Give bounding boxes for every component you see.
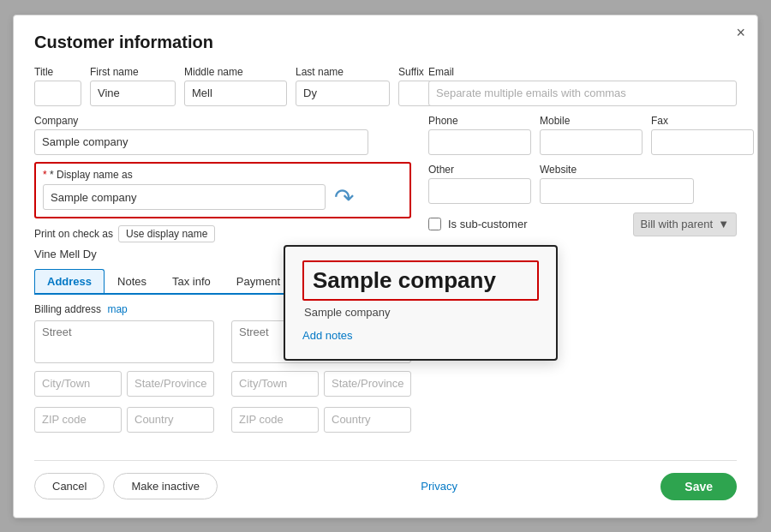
email-input[interactable] bbox=[428, 81, 737, 106]
tab-address[interactable]: Address bbox=[34, 269, 105, 293]
display-name-input[interactable] bbox=[43, 184, 326, 210]
middlename-label: Middle name bbox=[184, 66, 287, 78]
shipping-country-input[interactable] bbox=[324, 407, 411, 433]
company-input[interactable] bbox=[34, 129, 368, 155]
close-button[interactable]: × bbox=[736, 24, 745, 42]
display-name-group: * * Display name as ↷ bbox=[34, 162, 411, 218]
title-label: Title bbox=[34, 66, 81, 78]
fax-input[interactable] bbox=[651, 129, 754, 155]
shipping-zip-input[interactable] bbox=[231, 407, 319, 433]
company-label: Company bbox=[34, 115, 411, 127]
other-input[interactable] bbox=[428, 178, 531, 204]
customer-information-modal: × Customer information Title First name bbox=[13, 15, 758, 518]
sub-customer-row: Is sub-customer Bill with parent ▼ bbox=[428, 212, 737, 236]
popup-company-name: Sample company bbox=[302, 260, 539, 301]
billing-city-input[interactable] bbox=[34, 371, 122, 397]
privacy-link[interactable]: Privacy bbox=[421, 480, 457, 493]
middlename-input[interactable] bbox=[184, 81, 287, 106]
modal-title: Customer information bbox=[34, 33, 737, 52]
website-input[interactable] bbox=[540, 178, 694, 204]
shipping-state-input[interactable] bbox=[324, 371, 411, 397]
billing-state-input[interactable] bbox=[127, 371, 214, 397]
mobile-label: Mobile bbox=[540, 115, 642, 127]
firstname-input[interactable] bbox=[90, 81, 176, 106]
display-name-label: * * Display name as bbox=[43, 169, 403, 181]
modal-footer: Cancel Make inactive Privacy Save bbox=[34, 460, 737, 500]
dropdown-chevron-icon: ▼ bbox=[718, 218, 729, 230]
save-button[interactable]: Save bbox=[660, 473, 737, 500]
footer-left: Cancel Make inactive bbox=[34, 473, 218, 499]
display-name-popup: Sample company Sample company Add notes bbox=[284, 245, 558, 361]
lastname-input[interactable] bbox=[296, 81, 390, 106]
tab-tax-info[interactable]: Tax info bbox=[159, 269, 224, 293]
firstname-label: First name bbox=[90, 66, 176, 78]
use-display-name-button[interactable]: Use display name bbox=[118, 225, 215, 242]
bill-with-parent-select[interactable]: Bill with parent ▼ bbox=[633, 212, 737, 236]
title-input[interactable] bbox=[34, 81, 81, 106]
billing-country-input[interactable] bbox=[127, 407, 214, 433]
arrow-right-icon: ↷ bbox=[334, 183, 354, 212]
tab-notes[interactable]: Notes bbox=[105, 269, 159, 293]
lastname-label: Last name bbox=[296, 66, 390, 78]
phone-input[interactable] bbox=[428, 129, 531, 155]
billing-street-input[interactable] bbox=[34, 320, 214, 363]
popup-sub-name: Sample company bbox=[302, 306, 539, 319]
phone-label: Phone bbox=[428, 115, 531, 127]
email-label: Email bbox=[428, 66, 737, 78]
cancel-button[interactable]: Cancel bbox=[34, 473, 105, 499]
fax-label: Fax bbox=[651, 115, 754, 127]
billing-zip-input[interactable] bbox=[34, 407, 122, 433]
sub-customer-label: Is sub-customer bbox=[448, 218, 527, 230]
mobile-input[interactable] bbox=[540, 129, 642, 155]
other-label: Other bbox=[428, 164, 531, 176]
sub-customer-checkbox[interactable] bbox=[428, 218, 441, 230]
website-label: Website bbox=[540, 164, 694, 176]
add-notes-button[interactable]: Add notes bbox=[302, 329, 353, 342]
shipping-city-input[interactable] bbox=[231, 371, 319, 397]
make-inactive-button[interactable]: Make inactive bbox=[113, 473, 217, 499]
print-check-label: Print on check as bbox=[34, 228, 113, 240]
map-link[interactable]: map bbox=[107, 303, 127, 315]
